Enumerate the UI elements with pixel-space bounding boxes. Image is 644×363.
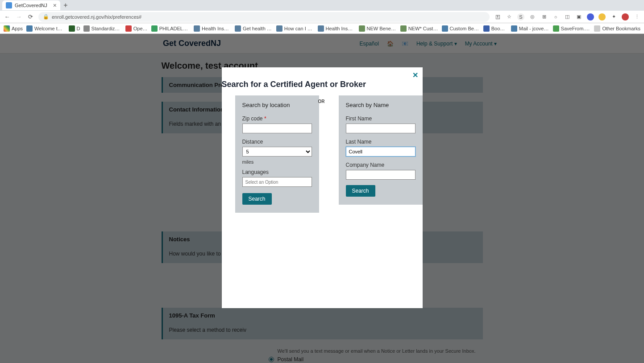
ext3-icon[interactable]: ○ xyxy=(552,13,559,21)
zip-input[interactable] xyxy=(242,124,312,133)
bookmark-item[interactable]: PHILADELPHIA, P... xyxy=(151,25,190,32)
bookmark-icon xyxy=(442,25,448,32)
ext4-icon[interactable]: ◫ xyxy=(564,13,571,21)
ext2-icon[interactable]: ⊞ xyxy=(540,13,548,21)
url-input[interactable]: 🔒 enroll.getcovered.nj.gov/hix/preferenc… xyxy=(38,12,490,22)
bookmarks-bar: Apps Welcome to Custo...DCStandardized I… xyxy=(0,23,644,34)
apps-button[interactable]: Apps xyxy=(4,25,23,32)
browser-tab[interactable]: GetCoveredNJ × xyxy=(2,0,60,10)
first-name-label: First Name xyxy=(346,116,415,122)
bookmark-item[interactable]: Get health care pr... xyxy=(235,25,273,32)
s-badge-icon[interactable]: S xyxy=(517,13,524,21)
bookmark-item[interactable]: Bookmarks xyxy=(483,25,507,32)
location-search-button[interactable]: Search xyxy=(242,193,272,205)
bookmark-item[interactable]: Welcome to Custo... xyxy=(26,25,65,32)
languages-label: Languages xyxy=(242,169,312,175)
search-modal: ✕ Search for a Certified Agent or Broker… xyxy=(222,67,423,308)
key-icon[interactable]: ⚿ xyxy=(494,13,501,21)
page-viewport: Get CoveredNJ Español 🏠 📧 Help & Support… xyxy=(0,34,644,363)
bookmark-item[interactable]: Standardized Indu... xyxy=(83,25,122,32)
folder-icon xyxy=(594,25,600,32)
first-name-input[interactable] xyxy=(346,124,415,133)
ext6-icon[interactable] xyxy=(587,13,594,21)
bookmark-icon xyxy=(83,25,90,32)
bookmark-icon xyxy=(483,25,490,32)
forward-button[interactable]: → xyxy=(15,13,22,21)
bookmark-item[interactable]: OpenERP xyxy=(125,25,148,32)
bookmark-icon xyxy=(318,25,324,32)
tab-close-icon[interactable]: × xyxy=(53,2,57,9)
bookmark-item[interactable]: Mail - jcovell@cus... xyxy=(511,25,549,32)
bookmark-icon xyxy=(194,25,200,32)
bookmark-icon xyxy=(511,25,517,32)
bookmark-item[interactable]: Health Insurance:... xyxy=(194,25,231,32)
address-bar: ← → ⟳ 🔒 enroll.getcovered.nj.gov/hix/pre… xyxy=(0,11,644,23)
reload-button[interactable]: ⟳ xyxy=(27,13,34,21)
bookmark-icon xyxy=(69,25,75,32)
url-text: enroll.getcovered.nj.gov/hix/preferences… xyxy=(52,14,141,20)
bookmark-item[interactable]: How can I see pla... xyxy=(276,25,314,32)
search-panels: OR Search by location Zip code * Distanc… xyxy=(222,95,423,213)
lock-icon: 🔒 xyxy=(43,14,49,20)
profile-icon[interactable] xyxy=(622,13,629,21)
bookmark-icon xyxy=(553,25,559,32)
bookmark-icon xyxy=(276,25,283,32)
bookmark-icon xyxy=(26,25,33,32)
zip-label: Zip code * xyxy=(242,116,312,122)
apps-icon xyxy=(4,25,10,32)
name-panel: Search by Name First Name Last Name Comp… xyxy=(339,95,423,205)
bookmark-item[interactable]: DC xyxy=(69,25,80,32)
last-name-input[interactable] xyxy=(346,147,415,157)
tab-title: GetCoveredNJ xyxy=(15,3,50,8)
distance-label: Distance xyxy=(242,139,312,145)
bookmark-item[interactable]: SaveFrom.net - O... xyxy=(553,25,591,32)
modal-close-button[interactable]: ✕ xyxy=(412,71,418,79)
bookmark-item[interactable]: NEW* Custom Be... xyxy=(400,25,438,32)
bookmark-icon xyxy=(359,25,365,32)
company-input[interactable] xyxy=(346,170,415,180)
new-tab-button[interactable]: + xyxy=(60,1,71,9)
languages-input[interactable] xyxy=(242,177,312,187)
bookmark-item[interactable]: Custom Benefit Pl... xyxy=(442,25,480,32)
miles-label: miles xyxy=(242,159,312,165)
location-panel: Search by location Zip code * Distance 5… xyxy=(235,95,319,213)
other-bookmarks[interactable]: Other Bookmarks xyxy=(594,25,640,32)
extensions-icon[interactable]: ✦ xyxy=(610,13,617,21)
bookmark-item[interactable]: NEW Benefit Plan... xyxy=(359,25,397,32)
tab-bar: GetCoveredNJ × + xyxy=(0,0,644,11)
back-button[interactable]: ← xyxy=(4,13,11,21)
location-panel-title: Search by location xyxy=(242,102,312,108)
last-name-label: Last Name xyxy=(346,139,415,145)
name-panel-title: Search by Name xyxy=(346,102,415,108)
bookmark-icon xyxy=(151,25,158,32)
or-divider: OR xyxy=(318,99,325,104)
company-label: Company Name xyxy=(346,162,415,168)
browser-chrome: GetCoveredNJ × + ← → ⟳ 🔒 enroll.getcover… xyxy=(0,0,644,34)
star-icon[interactable]: ☆ xyxy=(506,13,513,21)
bookmark-icon xyxy=(400,25,407,32)
modal-title: Search for a Certified Agent or Broker xyxy=(222,80,423,95)
ext1-icon[interactable]: ◎ xyxy=(529,13,536,21)
ext5-icon[interactable]: ▣ xyxy=(575,13,582,21)
name-search-button[interactable]: Search xyxy=(346,185,375,197)
bookmark-icon xyxy=(125,25,132,32)
modal-overlay[interactable]: ✕ Search for a Certified Agent or Broker… xyxy=(0,34,644,363)
bookmark-icon xyxy=(235,25,241,32)
menu-icon[interactable]: ⋮ xyxy=(633,13,640,21)
tab-favicon xyxy=(6,2,12,8)
chrome-toolbar-icons: ⚿ ☆ S ◎ ⊞ ○ ◫ ▣ ✦ ⋮ xyxy=(494,13,640,21)
bookmark-item[interactable]: Health Insurance:... xyxy=(318,25,355,32)
distance-select[interactable]: 5 xyxy=(242,147,312,157)
ext7-icon[interactable] xyxy=(598,13,606,21)
